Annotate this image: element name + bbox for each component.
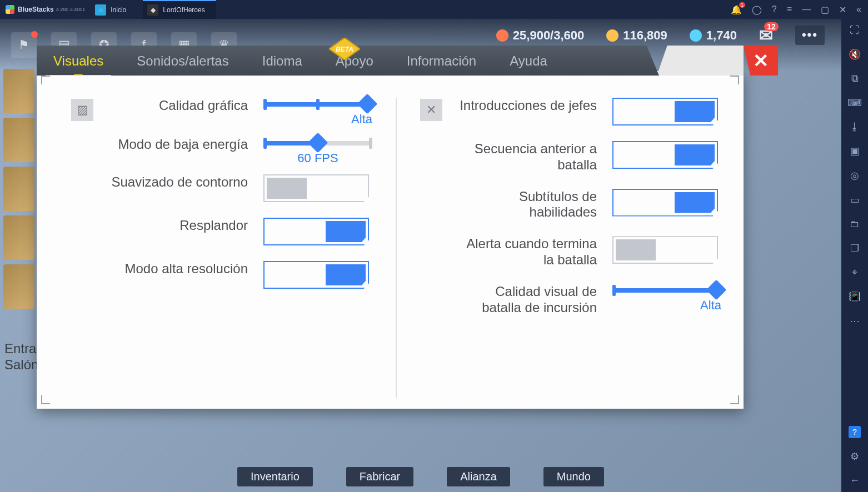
tab-inicio[interactable]: ⌂ Inicio (91, 0, 137, 19)
row-bloom: Resplandor (71, 218, 372, 245)
game-icon: ◆ (147, 4, 158, 16)
bluestacks-logo-icon (6, 5, 14, 14)
fullscreen-icon[interactable]: ⛶ (850, 24, 860, 36)
hamburger-icon[interactable]: ≡ (787, 4, 792, 14)
anti-aliasing-label: Suavizado de contorno (103, 174, 253, 190)
inventory-button[interactable]: Inventario (237, 467, 313, 486)
low-power-value: 60 FPS (297, 151, 338, 165)
help-icon[interactable]: ? (772, 4, 777, 14)
app-version: 4.280.3.4001 (56, 7, 86, 12)
alliance-button[interactable]: Alianza (447, 467, 510, 486)
hud-bottom: Inventario Fabricar Alianza Mundo (0, 467, 841, 486)
beta-badge-icon: BETA (329, 38, 360, 60)
boss-intros-toggle[interactable] (612, 98, 718, 125)
graphics-quality-label: Calidad gráfica (103, 98, 253, 114)
minimize-icon[interactable]: — (802, 4, 811, 14)
hud-stats: 25,900/3,600 116,809 1,740 ✉12 ••• (496, 26, 825, 45)
record-icon[interactable]: ▭ (850, 194, 860, 206)
copy-icon[interactable]: ❐ (850, 242, 859, 254)
world-button[interactable]: Mundo (543, 467, 604, 486)
mail-badge: 12 (764, 22, 779, 31)
row-boss-intros: ✕ Introducciones de jefes (420, 98, 721, 125)
anti-aliasing-toggle[interactable] (263, 174, 369, 202)
settings-rail-icon[interactable]: ⚙ (850, 450, 859, 463)
row-graphics-quality: ▨ Calidad gráfica Alta (71, 98, 372, 121)
prebattle-label: Secuencia anterior a batalla (452, 141, 602, 173)
low-power-slider[interactable]: 60 FPS (263, 137, 372, 159)
hall-entry-label: Entra Salón (4, 341, 38, 373)
volume-off-icon[interactable]: 🔇 (849, 48, 861, 61)
screenshot-icon[interactable]: ◎ (850, 169, 859, 182)
game-viewport: ⚑ ▤ ✪ f ▦ ♛ 25,900/3,600 116,809 1,740 ✉… (0, 19, 841, 492)
window-titlebar: BlueStacks 4.280.3.4001 ⌂ Inicio ◆ LordO… (0, 0, 868, 19)
battle-end-alert-toggle[interactable] (612, 236, 718, 264)
home-icon: ⌂ (95, 4, 106, 16)
battle-end-alert-label: Alerta cuando termina la batalla (452, 236, 602, 268)
high-res-label: Modo alta resolución (103, 261, 253, 277)
bloom-toggle[interactable] (263, 218, 369, 245)
settings-modal: Visuales Sonidos/alertas Idioma Apoyo In… (37, 71, 744, 409)
low-power-label: Modo de baja energía (103, 137, 253, 153)
account-icon[interactable]: ◯ (752, 4, 762, 15)
raid-quality-label: Calidad visual de batalla de incursión (452, 284, 602, 316)
bell-badge: 1 (739, 2, 745, 8)
row-anti-aliasing: Suavizado de contorno (71, 174, 372, 202)
more-rail-icon[interactable]: ⋯ (850, 315, 860, 327)
image-icon: ▨ (71, 99, 93, 121)
tab-sounds[interactable]: Sonidos/alertas (120, 47, 245, 76)
raid-quality-value: Alta (700, 298, 721, 313)
gold-stat[interactable]: 116,809 (606, 26, 667, 45)
bell-icon[interactable]: 🔔1 (731, 4, 742, 15)
install-apk-icon[interactable]: ⭳ (850, 121, 860, 133)
mail-icon[interactable]: ✉12 (759, 26, 773, 45)
location-icon[interactable]: ⌖ (852, 267, 857, 278)
shake-icon[interactable]: 📳 (849, 290, 861, 303)
bloom-label: Resplandor (103, 218, 253, 234)
bluestacks-side-toolbar: ⛶ 🔇 ⧉ ⌨ ⭳ ▣ ◎ ▭ 🗀 ❐ ⌖ 📳 ⋯ ? ⚙ ← (841, 19, 868, 492)
boss-intros-label: Introducciones de jefes (452, 98, 602, 114)
tab-language[interactable]: Idioma (246, 47, 319, 76)
row-skill-subs: Subtítulos de habilidades (420, 189, 721, 221)
tab-visuals[interactable]: Visuales (37, 47, 120, 76)
row-raid-quality: Calidad visual de batalla de incursión A… (420, 284, 721, 316)
svg-text:BETA: BETA (336, 46, 353, 53)
tab-lordofheroes[interactable]: ◆ LordOfHeroes (143, 0, 216, 19)
skill-subs-toggle[interactable] (612, 189, 718, 217)
row-low-power: Modo de baja energía 60 FPS (71, 137, 372, 159)
energy-stat[interactable]: 25,900/3,600 (496, 26, 584, 45)
tab-info[interactable]: Información (390, 47, 493, 76)
gems-stat[interactable]: 1,740 (690, 26, 737, 45)
graphics-quality-value: Alta (351, 112, 372, 127)
prebattle-toggle[interactable] (612, 141, 718, 169)
tab-label: LordOfHeroes (163, 6, 204, 14)
high-res-toggle[interactable] (263, 261, 369, 289)
raid-quality-slider[interactable]: Alta (612, 284, 721, 306)
app-name: BlueStacks (18, 6, 54, 13)
collapse-rail-icon[interactable]: « (856, 4, 861, 14)
keyboard-icon[interactable]: ⌨ (847, 97, 862, 109)
row-high-res: Modo alta resolución (71, 261, 372, 289)
left-events-strip (3, 69, 34, 309)
back-rail-icon[interactable]: ← (850, 475, 860, 486)
folder-icon[interactable]: 🗀 (850, 218, 860, 230)
maximize-icon[interactable]: ▢ (821, 4, 829, 15)
row-prebattle: Secuencia anterior a batalla (420, 141, 721, 173)
apk-icon[interactable]: ▣ (850, 145, 860, 157)
close-window-icon[interactable]: ✕ (839, 4, 846, 15)
craft-button[interactable]: Fabricar (346, 467, 413, 486)
graphics-quality-slider[interactable]: Alta (263, 98, 372, 120)
tab-label: Inicio (111, 6, 126, 14)
skill-subs-label: Subtítulos de habilidades (452, 189, 602, 221)
notice-icon[interactable]: ⚑ (11, 32, 37, 58)
help-rail-icon[interactable]: ? (849, 426, 861, 438)
tab-help[interactable]: Ayuda (493, 47, 564, 76)
row-battle-end-alert: Alerta cuando termina la batalla (420, 236, 721, 268)
crop-icon[interactable]: ⧉ (851, 73, 859, 84)
swords-icon: ✕ (420, 99, 442, 121)
more-icon[interactable]: ••• (795, 26, 825, 45)
